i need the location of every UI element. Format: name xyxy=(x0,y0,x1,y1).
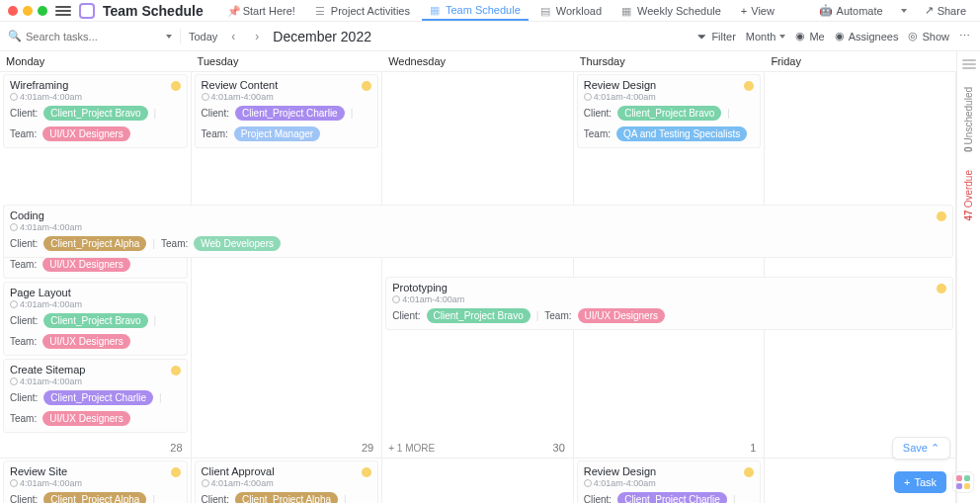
task-title: Review Content xyxy=(202,79,372,91)
task-card[interactable]: Review Content 4:01am-4:00am Client: Cli… xyxy=(195,74,379,148)
clock-icon xyxy=(10,377,18,385)
team-label: Team: xyxy=(161,238,188,249)
team-pill[interactable]: UI/UX Designers xyxy=(42,334,129,349)
calendar-icon: ▦ xyxy=(621,5,633,17)
unscheduled-panel[interactable]: 0Unscheduled xyxy=(963,87,974,152)
task-title: Review Site xyxy=(10,465,181,477)
task-card[interactable]: Coding 4:01am-4:00am Client: Client_Proj… xyxy=(3,205,953,258)
client-pill[interactable]: Client_Project Alpha xyxy=(235,492,338,503)
task-card[interactable]: Create Sitemap 4:01am-4:00am Client: Cli… xyxy=(3,359,188,433)
day-cell-wed[interactable] xyxy=(382,459,574,503)
status-icon xyxy=(937,211,946,221)
search-input[interactable] xyxy=(26,31,162,42)
team-label: Team: xyxy=(10,128,37,139)
team-pill[interactable]: QA and Testing Specialists xyxy=(616,126,747,141)
client-pill[interactable]: Client_Project Charlie xyxy=(617,492,727,503)
task-card[interactable]: Prototyping 4:01am-4:00am Client: Client… xyxy=(385,277,953,330)
day-cell-mon[interactable]: Wireframing 4:01am-4:00am Client: Client… xyxy=(0,72,192,459)
client-label: Client: xyxy=(10,494,38,503)
day-cell-thu[interactable]: Review Design 4:01am-4:00am Client: Clie… xyxy=(574,72,766,459)
client-pill[interactable]: Client_Project Alpha xyxy=(43,236,146,251)
team-pill[interactable]: Project Manager xyxy=(234,126,320,141)
team-pill[interactable]: UI/UX Designers xyxy=(42,411,129,426)
day-header: Friday xyxy=(765,51,956,71)
clock-icon xyxy=(392,295,400,303)
list-toggle-icon[interactable] xyxy=(962,59,976,69)
user-icon: ◉ xyxy=(795,30,805,42)
chevron-down-icon xyxy=(779,35,785,39)
next-month-button[interactable]: › xyxy=(249,29,265,44)
close-icon[interactable] xyxy=(8,6,18,16)
today-button[interactable]: Today xyxy=(189,31,217,42)
task-card[interactable]: Page Layout 4:01am-4:00am Client: Client… xyxy=(3,282,188,356)
client-pill[interactable]: Client_Project Bravo xyxy=(43,106,147,121)
hamburger-icon[interactable] xyxy=(55,3,71,19)
month-dropdown[interactable]: Month xyxy=(746,31,786,42)
me-button[interactable]: ◉Me xyxy=(795,30,824,42)
space-icon[interactable] xyxy=(79,3,95,19)
task-time: 4:01am-4:00am xyxy=(10,478,181,488)
show-button[interactable]: ◎Show xyxy=(908,30,949,42)
search-input-wrap[interactable]: 🔍 xyxy=(8,30,172,42)
team-pill[interactable]: UI/UX Designers xyxy=(42,126,129,141)
day-number: 30 xyxy=(553,442,565,454)
client-label: Client: xyxy=(584,494,612,503)
day-cell-tue[interactable]: Review Content 4:01am-4:00am Client: Cli… xyxy=(192,72,383,459)
client-pill[interactable]: Client_Project Bravo xyxy=(427,308,531,323)
save-button[interactable]: Save ⌃ xyxy=(892,437,950,460)
client-pill[interactable]: Client_Project Bravo xyxy=(617,106,721,121)
overdue-panel[interactable]: 47Overdue xyxy=(963,170,974,220)
tab-workload[interactable]: ▤Workload xyxy=(532,2,610,20)
task-card[interactable]: Wireframing 4:01am-4:00am Client: Client… xyxy=(3,74,188,148)
clock-icon xyxy=(10,479,18,487)
share-button[interactable]: ↗Share xyxy=(919,1,972,20)
team-pill[interactable]: UI/UX Designers xyxy=(42,257,129,272)
day-header: Monday xyxy=(0,51,192,71)
client-pill[interactable]: Client_Project Charlie xyxy=(235,106,345,121)
more-tasks-button[interactable]: + 1 MORE xyxy=(388,443,435,454)
team-pill[interactable]: UI/UX Designers xyxy=(578,308,665,323)
window-controls[interactable] xyxy=(8,6,47,16)
search-icon: 🔍 xyxy=(8,30,22,42)
day-cell-fri[interactable]: 2 xyxy=(765,72,956,459)
workload-icon: ▤ xyxy=(540,5,552,17)
maximize-icon[interactable] xyxy=(38,6,47,16)
team-pill[interactable]: Web Developers xyxy=(194,236,281,251)
automate-button[interactable]: 🤖Automate xyxy=(813,1,889,20)
team-label: Team: xyxy=(10,259,37,270)
task-time: 4:01am-4:00am xyxy=(202,478,372,488)
task-card[interactable]: Client Approval 4:01am-4:00am Client: Cl… xyxy=(195,461,379,503)
status-icon xyxy=(171,467,181,477)
assignees-button[interactable]: ◉Assignees xyxy=(835,30,899,42)
client-pill[interactable]: Client_Project Alpha xyxy=(43,492,146,503)
chevron-down-icon xyxy=(901,9,907,13)
task-time: 4:01am-4:00am xyxy=(584,478,755,488)
day-cell-thu[interactable]: Review Design 4:01am-4:00am Client: Clie… xyxy=(574,459,766,503)
task-card[interactable]: Review Site 4:01am-4:00am Client: Client… xyxy=(3,461,188,503)
tab-start-here[interactable]: 📌Start Here! xyxy=(219,2,303,20)
plus-icon: + xyxy=(904,476,910,488)
day-cell-mon[interactable]: Review Site 4:01am-4:00am Client: Client… xyxy=(0,459,192,503)
more-button[interactable]: ⋯ xyxy=(959,30,972,42)
divider xyxy=(180,29,181,44)
filter-button[interactable]: ⏷Filter xyxy=(696,31,735,42)
task-card[interactable]: Review Design 4:01am-4:00am Client: Clie… xyxy=(577,461,762,503)
client-pill[interactable]: Client_Project Bravo xyxy=(43,313,147,328)
automate-dropdown[interactable] xyxy=(895,6,913,16)
prev-month-button[interactable]: ‹ xyxy=(225,29,241,44)
minimize-icon[interactable] xyxy=(23,6,33,16)
day-cell-tue[interactable]: Client Approval 4:01am-4:00am Client: Cl… xyxy=(192,459,383,503)
tab-project-activities[interactable]: ☰Project Activities xyxy=(307,2,418,20)
create-task-button[interactable]: +Task xyxy=(894,471,946,493)
client-pill[interactable]: Client_Project Charlie xyxy=(43,390,153,405)
chevron-down-icon[interactable] xyxy=(166,35,172,39)
tab-weekly-schedule[interactable]: ▦Weekly Schedule xyxy=(613,2,729,20)
task-card[interactable]: Review Design 4:01am-4:00am Client: Clie… xyxy=(577,74,762,148)
tab-team-schedule[interactable]: ▦Team Schedule xyxy=(422,1,529,21)
apps-button[interactable] xyxy=(952,471,974,493)
client-label: Client: xyxy=(10,315,38,326)
day-cell-wed[interactable]: + 1 MORE 30 xyxy=(382,72,574,459)
plus-icon: + xyxy=(741,5,747,17)
tab-add-view[interactable]: +View xyxy=(733,2,782,20)
day-header: Wednesday xyxy=(382,51,574,71)
